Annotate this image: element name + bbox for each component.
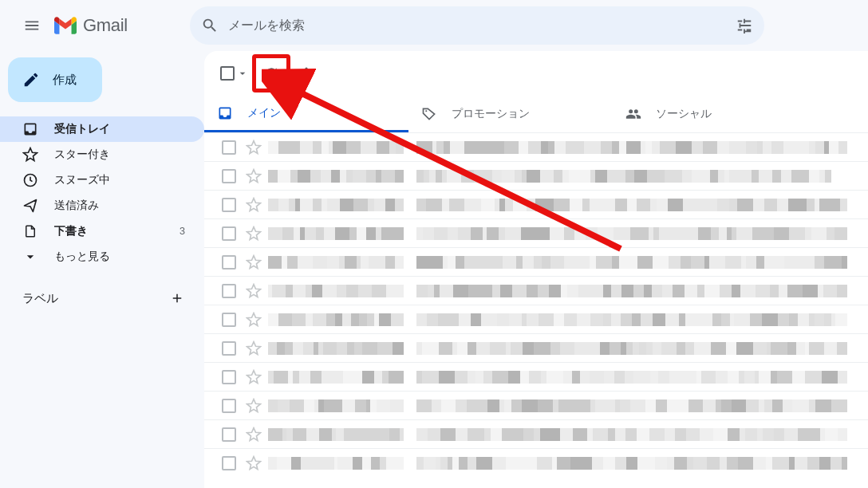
star-outline-icon: [246, 427, 262, 443]
row-checkbox[interactable]: [222, 341, 236, 356]
app-header: Gmail メールを検索: [0, 0, 868, 51]
star-outline-icon: [246, 283, 262, 299]
row-checkbox[interactable]: [222, 255, 236, 270]
row-checkbox[interactable]: [222, 427, 236, 442]
row-checkbox[interactable]: [222, 226, 236, 241]
refresh-button[interactable]: [255, 57, 287, 89]
row-checkbox[interactable]: [222, 140, 236, 155]
row-star-button[interactable]: [246, 427, 262, 443]
row-subject-blurred: [416, 199, 868, 211]
sidebar-item-drafts[interactable]: 下書き 3: [0, 218, 204, 244]
refresh-icon: [263, 65, 279, 81]
mail-row[interactable]: [204, 448, 868, 477]
row-star-button[interactable]: [246, 312, 262, 328]
compose-icon: [22, 71, 40, 89]
tab-promotions[interactable]: プロモーション: [408, 96, 613, 132]
row-subject-blurred: [416, 170, 868, 183]
row-subject-blurred: [416, 399, 868, 412]
star-outline-icon: [246, 369, 262, 385]
sidebar-item-starred[interactable]: スター付き: [0, 142, 204, 167]
mail-row[interactable]: [204, 247, 868, 276]
mail-row[interactable]: [204, 276, 868, 305]
row-subject-blurred: [416, 313, 868, 326]
mail-row[interactable]: [204, 305, 868, 333]
row-star-button[interactable]: [246, 455, 262, 471]
row-checkbox[interactable]: [222, 399, 236, 413]
mail-row[interactable]: [204, 419, 868, 448]
row-star-button[interactable]: [246, 226, 262, 242]
search-bar[interactable]: メールを検索: [190, 6, 764, 45]
row-star-button[interactable]: [246, 168, 262, 184]
row-checkbox[interactable]: [222, 370, 236, 384]
gmail-logo[interactable]: Gmail: [54, 15, 128, 36]
row-checkbox[interactable]: [222, 198, 236, 212]
primary-tab-icon: [217, 105, 233, 121]
row-sender-blurred: [268, 428, 412, 441]
row-star-button[interactable]: [246, 197, 262, 213]
sidebar-item-label: スター付き: [54, 148, 185, 162]
mail-toolbar: [204, 51, 868, 96]
promotions-tab-icon: [421, 106, 437, 122]
row-subject-blurred: [416, 141, 868, 154]
more-actions-button[interactable]: [290, 57, 322, 89]
checkbox-icon: [220, 66, 235, 81]
star-icon: [22, 147, 38, 163]
tab-social-label: ソーシャル: [656, 107, 712, 121]
more-vert-icon: [298, 65, 314, 81]
row-subject-blurred: [416, 342, 868, 355]
row-star-button[interactable]: [246, 340, 262, 356]
sidebar-item-sent[interactable]: 送信済み: [0, 193, 204, 218]
labels-header: ラベル: [0, 289, 204, 308]
row-sender-blurred: [268, 227, 412, 240]
sidebar-item-snoozed[interactable]: スヌーズ中: [0, 167, 204, 193]
mail-row[interactable]: [204, 333, 868, 362]
tab-social[interactable]: ソーシャル: [613, 96, 817, 132]
chevron-down-icon: [22, 249, 38, 265]
sidebar-item-label: スヌーズ中: [54, 173, 185, 187]
row-star-button[interactable]: [246, 283, 262, 299]
sidebar-item-label: 受信トレイ: [54, 122, 185, 136]
row-sender-blurred: [268, 313, 412, 326]
star-outline-icon: [246, 140, 262, 155]
tab-primary[interactable]: メイン: [204, 96, 408, 132]
sidebar-item-more[interactable]: もっと見る: [0, 244, 204, 270]
gmail-logo-icon: [54, 17, 77, 34]
row-checkbox[interactable]: [222, 284, 236, 298]
search-options-icon[interactable]: [736, 17, 753, 34]
star-outline-icon: [246, 168, 262, 184]
svg-point-1: [305, 68, 307, 70]
sidebar-item-inbox[interactable]: 受信トレイ: [0, 116, 204, 142]
row-sender-blurred: [268, 342, 412, 355]
mail-row[interactable]: [204, 161, 868, 190]
row-checkbox[interactable]: [222, 313, 236, 327]
mail-row[interactable]: [204, 190, 868, 218]
add-label-button[interactable]: [168, 289, 187, 308]
hamburger-icon: [23, 17, 41, 34]
star-outline-icon: [246, 197, 262, 213]
plus-icon: [170, 291, 184, 305]
svg-point-2: [305, 72, 307, 74]
tab-promotions-label: プロモーション: [452, 107, 530, 121]
row-sender-blurred: [268, 371, 412, 384]
row-star-button[interactable]: [246, 254, 262, 270]
search-icon: [201, 17, 219, 34]
row-checkbox[interactable]: [222, 169, 236, 183]
mail-row[interactable]: [204, 218, 868, 247]
message-pane: メイン プロモーション ソーシャル: [204, 51, 868, 488]
sent-icon: [22, 198, 38, 214]
sidebar-item-label: 下書き: [54, 224, 164, 238]
star-outline-icon: [246, 340, 262, 356]
main-menu-button[interactable]: [13, 6, 51, 45]
message-list: [204, 132, 868, 477]
row-star-button[interactable]: [246, 398, 262, 414]
select-all-checkbox[interactable]: [217, 63, 252, 84]
compose-button[interactable]: 作成: [8, 57, 102, 102]
mail-row[interactable]: [204, 362, 868, 391]
row-subject-blurred: [416, 457, 868, 470]
row-star-button[interactable]: [246, 140, 262, 155]
nav-folder-list: 受信トレイ スター付き スヌーズ中 送信済み 下書き 3: [0, 116, 204, 270]
mail-row[interactable]: [204, 132, 868, 161]
row-checkbox[interactable]: [222, 456, 236, 470]
mail-row[interactable]: [204, 391, 868, 419]
row-star-button[interactable]: [246, 369, 262, 385]
